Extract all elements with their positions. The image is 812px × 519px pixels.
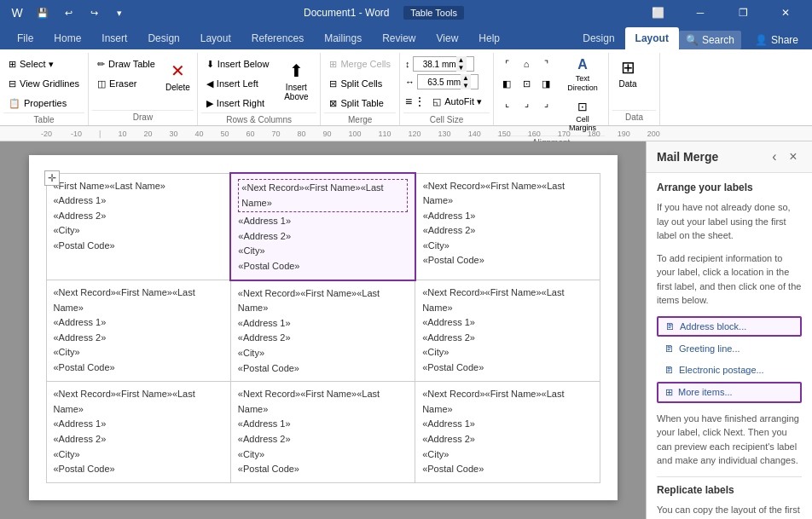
window-title: Document1 - Word Table Tools: [130, 7, 638, 19]
row-height-down[interactable]: ▼: [456, 64, 467, 72]
ribbon-group-draw: ✏ Draw Table ◫ Eraser ✕ Delete Draw: [89, 53, 198, 125]
data-button[interactable]: ⊞ Data: [612, 55, 643, 91]
align-bottom-left-button[interactable]: ⌞: [497, 94, 516, 112]
ribbon-group-merge: ⊞ Merge Cells ⊟ Split Cells ⊠ Split Tabl…: [321, 53, 400, 125]
insert-above-button[interactable]: ⬆ Insert Above: [276, 58, 316, 104]
autofit-button[interactable]: ◱ AutoFit ▾: [427, 92, 487, 111]
restore-button[interactable]: ❐: [723, 0, 763, 26]
panel-close-button[interactable]: ×: [785, 148, 802, 165]
table-cell-r1c2[interactable]: «Next Record»«First Name»«Last Name» «Ad…: [230, 173, 415, 280]
table-cell-r2c2[interactable]: «Next Record»«First Name»«Last Name» «Ad…: [230, 280, 415, 382]
insert-right-button[interactable]: ▶ Insert Right: [201, 94, 275, 112]
draw-table-button[interactable]: ✏ Draw Table: [92, 55, 160, 73]
search-box[interactable]: 🔍 Search: [679, 31, 741, 49]
more-items-icon: ⊞: [665, 387, 673, 398]
share-button[interactable]: 👤 Share: [748, 32, 805, 48]
col-width-down[interactable]: ▼: [461, 82, 471, 89]
table-cell-r2c1[interactable]: «Next Record»«First Name»«Last Name» «Ad…: [46, 280, 230, 382]
col-width-field[interactable]: ▲ ▼: [417, 74, 478, 89]
select-icon: ⊞: [9, 59, 16, 70]
table-cell-r3c1[interactable]: «Next Record»«First Name»«Last Name» «Ad…: [46, 382, 230, 483]
table-handle[interactable]: ✛: [44, 170, 60, 186]
customize-qat-button[interactable]: ▾: [109, 3, 130, 23]
align-top-center-button[interactable]: ⌂: [517, 55, 536, 73]
tab-file[interactable]: File: [7, 27, 44, 49]
undo-qat-button[interactable]: ↩: [58, 3, 78, 23]
row-height-input[interactable]: [415, 60, 456, 69]
row-height-icon: ↕: [405, 59, 410, 69]
minimize-button[interactable]: ─: [681, 0, 720, 26]
tab-review[interactable]: Review: [372, 27, 426, 49]
tab-table-design[interactable]: Design: [572, 27, 624, 49]
search-label[interactable]: Search: [702, 34, 734, 46]
text-direction-button[interactable]: A Text Direction: [560, 55, 605, 95]
merge-cells-button[interactable]: ⊞ Merge Cells: [324, 55, 396, 73]
split-cells-icon: ⊟: [329, 78, 337, 89]
more-items-button[interactable]: ⊞ More items...: [657, 382, 802, 403]
row-height-field[interactable]: ▲ ▼: [413, 56, 474, 72]
arrange-labels-title: Arrange your labels: [657, 182, 802, 193]
align-top-right-button[interactable]: ⌝: [536, 55, 555, 73]
electronic-postage-button[interactable]: 🖹 Electronic postage...: [657, 360, 802, 379]
greeting-line-button[interactable]: 🖹 Greeting line...: [657, 339, 802, 358]
table-row: «First Name»«Last Name» «Address 1» «Add…: [46, 173, 600, 280]
tab-layout[interactable]: Layout: [190, 27, 241, 49]
tab-insert[interactable]: Insert: [91, 27, 137, 49]
redo-qat-button[interactable]: ↪: [84, 3, 104, 23]
table-cell-r2c3[interactable]: «Next Record»«First Name»«Last Name» «Ad…: [415, 280, 600, 382]
ribbon-display-button[interactable]: ⬜: [638, 0, 677, 26]
ribbon-group-data: ⊞ Data Data: [609, 53, 660, 125]
merge-group-content: ⊞ Merge Cells ⊟ Split Cells ⊠ Split Tabl…: [324, 55, 396, 112]
table-group-content: ⊞ Select ▾ ⊟ View Gridlines 📋 Properties: [3, 55, 84, 112]
data-group-content: ⊞ Data: [612, 55, 656, 110]
data-icon: ⊞: [621, 57, 635, 78]
tab-references[interactable]: References: [241, 27, 314, 49]
align-middle-left-button[interactable]: ◧: [497, 74, 516, 93]
save-qat-button[interactable]: 💾: [32, 3, 53, 23]
distribute-rows-icon: ≡: [405, 95, 412, 108]
tab-mailings[interactable]: Mailings: [314, 27, 372, 49]
split-table-button[interactable]: ⊠ Split Table: [324, 94, 396, 112]
properties-button[interactable]: 📋 Properties: [3, 94, 84, 112]
window-controls: ⬜ ─ ❐ ✕: [638, 0, 805, 26]
insert-left-button[interactable]: ◀ Insert Left: [201, 74, 275, 93]
panel-header: Mail Merge ‹ ×: [647, 141, 812, 173]
table-cell-r1c1[interactable]: «First Name»«Last Name» «Address 1» «Add…: [46, 173, 230, 280]
delete-button[interactable]: ✕ Delete: [162, 58, 194, 95]
gridlines-icon: ⊟: [9, 78, 16, 89]
address-block-button[interactable]: 🖹 Address block...: [657, 316, 802, 337]
table-cell-r3c2[interactable]: «Next Record»«First Name»«Last Name» «Ad…: [230, 382, 415, 483]
col-width-input[interactable]: [420, 78, 461, 87]
panel-back-button[interactable]: ‹: [766, 148, 783, 165]
tab-view[interactable]: View: [426, 27, 469, 49]
eraser-button[interactable]: ◫ Eraser: [92, 74, 160, 93]
tab-home[interactable]: Home: [44, 27, 91, 49]
cell-content: «Next Record»«First Name»«Last Name» «Ad…: [54, 285, 223, 376]
align-bottom-center-button[interactable]: ⌟: [517, 94, 536, 112]
draw-group-content: ✏ Draw Table ◫ Eraser ✕ Delete: [92, 55, 194, 110]
align-middle-center-button[interactable]: ⊡: [517, 74, 536, 93]
select-button[interactable]: ⊞ Select ▾: [3, 55, 84, 73]
tab-table-layout[interactable]: Layout: [625, 27, 679, 49]
split-cells-button[interactable]: ⊟ Split Cells: [324, 74, 396, 93]
table-cell-r3c3[interactable]: «Next Record»«First Name»«Last Name» «Ad…: [415, 382, 600, 483]
tab-help[interactable]: Help: [468, 27, 510, 49]
table-cell-r1c3[interactable]: «Next Record»«First Name»«Last Name» «Ad…: [415, 173, 600, 280]
row-height-up[interactable]: ▲: [456, 56, 467, 64]
ribbon-tabs: File Home Insert Design Layout Reference…: [0, 26, 812, 49]
view-gridlines-button[interactable]: ⊟ View Gridlines: [3, 74, 84, 93]
insert-below-button[interactable]: ⬇ Insert Below: [201, 55, 275, 73]
text-direction-icon: A: [577, 57, 588, 72]
close-button[interactable]: ✕: [766, 0, 805, 26]
align-bottom-right-button[interactable]: ⌟: [536, 94, 555, 112]
label-table: «First Name»«Last Name» «Address 1» «Add…: [46, 172, 600, 483]
tab-design[interactable]: Design: [137, 27, 189, 49]
cell-content: «Next Record»«First Name»«Last Name» «Ad…: [423, 179, 593, 269]
align-middle-right-button[interactable]: ◨: [536, 74, 555, 93]
rows-columns-group-content: ⬇ Insert Below ◀ Insert Left ▶ Insert Ri…: [201, 55, 317, 112]
col-width-up[interactable]: ▲: [461, 74, 471, 82]
align-top-left-button[interactable]: ⌜: [497, 55, 516, 73]
properties-icon: 📋: [9, 98, 20, 109]
rows-columns-group-label: Rows & Columns: [201, 112, 317, 126]
title-bar-left: W 💾 ↩ ↪ ▾: [7, 3, 130, 23]
